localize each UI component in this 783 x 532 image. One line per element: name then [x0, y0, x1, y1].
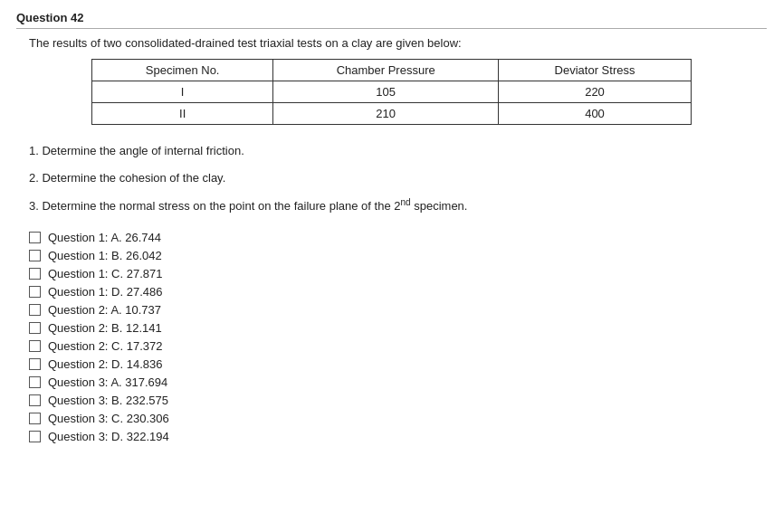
option-label: Question 3: D. 322.194: [48, 430, 169, 443]
questions-section: 1. Determine the angle of internal frict…: [29, 139, 754, 218]
option-label: Question 2: C. 17.372: [48, 339, 162, 353]
table-cell: 400: [498, 103, 691, 125]
question-2-text: 2. Determine the cohesion of the clay.: [29, 166, 754, 190]
list-item[interactable]: Question 1: D. 27.486: [29, 285, 754, 299]
option-checkbox[interactable]: [29, 394, 41, 406]
option-label: Question 1: B. 26.042: [48, 249, 162, 262]
options-list: Question 1: A. 26.744Question 1: B. 26.0…: [29, 231, 754, 443]
table-cell: 220: [498, 81, 691, 103]
option-checkbox[interactable]: [29, 322, 41, 334]
option-label: Question 2: D. 14.836: [48, 357, 162, 371]
list-item[interactable]: Question 2: B. 12.141: [29, 321, 754, 335]
option-checkbox[interactable]: [29, 250, 41, 261]
option-checkbox[interactable]: [29, 304, 41, 316]
col-header-chamber: Chamber Pressure: [273, 60, 499, 81]
list-item[interactable]: Question 3: D. 322.194: [29, 430, 754, 443]
data-table: Specimen No. Chamber Pressure Deviator S…: [91, 59, 692, 125]
intro-text: The results of two consolidated-drained …: [29, 36, 767, 50]
option-checkbox[interactable]: [29, 232, 41, 243]
option-checkbox[interactable]: [29, 413, 41, 424]
option-label: Question 3: B. 232.575: [48, 394, 168, 407]
table-cell: I: [91, 81, 273, 103]
option-label: Question 1: C. 27.871: [48, 267, 162, 280]
superscript-nd: nd: [400, 197, 410, 207]
col-header-deviator: Deviator Stress: [498, 60, 691, 81]
question-1-text: 1. Determine the angle of internal frict…: [29, 139, 754, 163]
option-checkbox[interactable]: [29, 340, 41, 352]
list-item[interactable]: Question 1: A. 26.744: [29, 231, 754, 244]
table-cell: 210: [273, 103, 499, 125]
question-header: Question 42: [16, 11, 767, 29]
option-label: Question 3: A. 317.694: [48, 375, 167, 389]
list-item[interactable]: Question 1: C. 27.871: [29, 267, 754, 280]
option-label: Question 2: A. 10.737: [48, 303, 161, 317]
question-title: Question 42: [16, 11, 83, 24]
option-checkbox[interactable]: [29, 268, 41, 280]
table-cell: II: [91, 103, 273, 125]
list-item[interactable]: Question 2: C. 17.372: [29, 339, 754, 353]
list-item[interactable]: Question 2: D. 14.836: [29, 357, 754, 371]
list-item[interactable]: Question 2: A. 10.737: [29, 303, 754, 317]
option-checkbox[interactable]: [29, 376, 41, 388]
option-label: Question 1: D. 27.486: [48, 285, 162, 299]
option-label: Question 3: C. 230.306: [48, 412, 169, 425]
list-item[interactable]: Question 3: A. 317.694: [29, 375, 754, 389]
option-checkbox[interactable]: [29, 431, 41, 442]
list-item[interactable]: Question 3: B. 232.575: [29, 394, 754, 407]
option-label: Question 2: B. 12.141: [48, 321, 162, 335]
list-item[interactable]: Question 1: B. 26.042: [29, 249, 754, 262]
table-cell: 105: [273, 81, 499, 103]
question-3-text: 3. Determine the normal stress on the po…: [29, 194, 754, 218]
option-checkbox[interactable]: [29, 286, 41, 298]
option-checkbox[interactable]: [29, 358, 41, 370]
option-label: Question 1: A. 26.744: [48, 231, 161, 244]
list-item[interactable]: Question 3: C. 230.306: [29, 412, 754, 425]
col-header-specimen: Specimen No.: [91, 60, 273, 81]
